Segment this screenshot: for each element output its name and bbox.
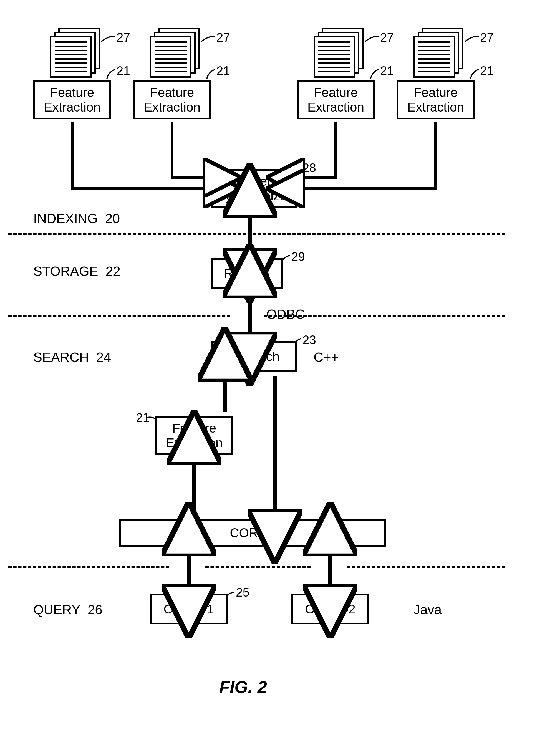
- ref-fe-search: 21: [136, 411, 149, 425]
- feature-extraction-box-4: FeatureExtraction: [397, 80, 475, 119]
- fe-label: FeatureExtraction: [166, 421, 223, 450]
- fe-label: FeatureExtraction: [307, 85, 364, 115]
- client2-label: Client #2: [305, 602, 356, 616]
- java-label: Java: [414, 602, 441, 617]
- concept-sync-label: ConceptSynchronizer: [217, 174, 291, 203]
- fe-label: FeatureExtraction: [144, 85, 201, 115]
- ref-ii: 23: [302, 333, 316, 347]
- cpp-label: C++: [314, 350, 339, 365]
- divider-query-right: [347, 566, 505, 568]
- client1-label: Client #1: [163, 602, 214, 616]
- ii-search-box: II Search: [211, 341, 297, 372]
- divider-indexing: [8, 233, 505, 235]
- corba-box: CORBA: [119, 519, 386, 547]
- section-label-storage: STORAGE 22: [33, 264, 120, 279]
- ref-fe-3: 21: [380, 64, 394, 78]
- feature-extraction-search-box: FeatureExtraction: [155, 416, 233, 455]
- doc-stack-3: [314, 28, 363, 72]
- divider-query-left: [8, 566, 169, 568]
- rdbms-box: RDBMS: [211, 258, 283, 288]
- divider-query-mid: [205, 566, 311, 568]
- odbc-label: ODBC: [266, 307, 305, 322]
- fe-label: FeatureExtraction: [44, 85, 101, 115]
- rdbms-label: RDBMS: [224, 266, 270, 281]
- ref-docs-1: 27: [117, 31, 130, 44]
- ii-search-label: II Search: [228, 349, 279, 364]
- doc-stack-1: [50, 28, 100, 72]
- figure-caption: FIG. 2: [219, 677, 267, 697]
- ref-fe-1: 21: [117, 64, 130, 78]
- arrow-overlay: [25, 17, 535, 733]
- divider-storage-left: [8, 315, 230, 317]
- feature-extraction-box-1: FeatureExtraction: [33, 80, 111, 119]
- fe-label: FeatureExtraction: [407, 85, 464, 115]
- client1-box: Client #1: [150, 594, 227, 624]
- ref-rdbms: 29: [292, 250, 305, 264]
- ref-docs-3: 27: [380, 31, 394, 44]
- client2-box: Client #2: [292, 594, 369, 624]
- doc-stack-2: [150, 28, 200, 72]
- section-label-query: QUERY 26: [33, 602, 102, 617]
- ref-concept: 28: [302, 161, 316, 175]
- concept-synchronizer-box: ConceptSynchronizer: [211, 169, 297, 208]
- feature-extraction-box-3: FeatureExtraction: [297, 80, 375, 119]
- corba-label: CORBA: [230, 526, 275, 540]
- feature-extraction-box-2: FeatureExtraction: [133, 80, 211, 119]
- ref-fe-2: 21: [217, 64, 230, 78]
- ref-client: 25: [236, 585, 249, 599]
- ref-fe-4: 21: [480, 64, 494, 78]
- section-label-search: SEARCH 24: [33, 350, 111, 365]
- ref-docs-4: 27: [480, 31, 494, 44]
- ref-docs-2: 27: [217, 31, 230, 44]
- section-label-indexing: INDEXING 20: [33, 211, 120, 226]
- doc-stack-4: [414, 28, 463, 72]
- diagram-canvas: FeatureExtraction FeatureExtraction Feat…: [25, 17, 535, 733]
